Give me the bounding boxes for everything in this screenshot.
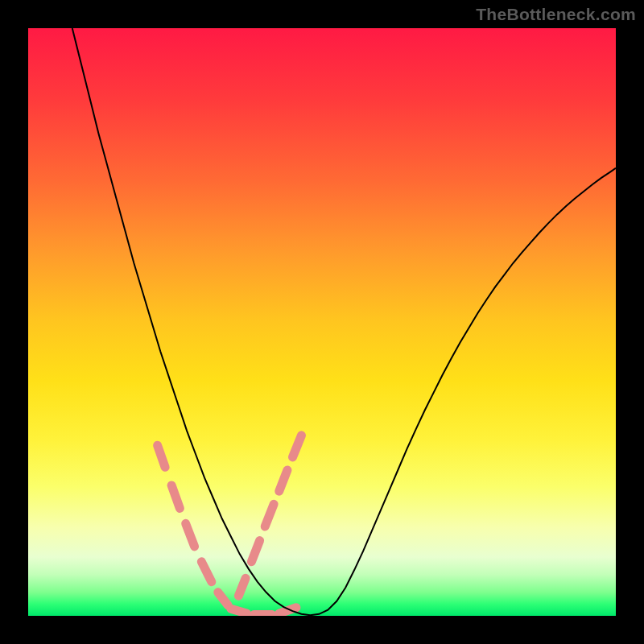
left-branch-dashes [171,485,180,508]
minimum-dashes [231,609,247,613]
right-branch-dashes [238,578,246,596]
bottleneck-curve [72,28,616,615]
chart-container: TheBottleneck.com [0,0,644,644]
dash-markers [158,436,302,615]
watermark-text: TheBottleneck.com [476,5,636,24]
right-branch-dashes [293,436,302,457]
plot-area [28,28,616,616]
left-branch-dashes [201,562,211,582]
left-branch-dashes [186,523,195,546]
right-branch-dashes [279,470,287,491]
left-branch-dashes [158,445,165,467]
right-branch-dashes [265,504,274,526]
curve-svg [28,28,616,616]
left-branch-dashes [218,592,228,605]
right-branch-dashes [251,541,259,562]
